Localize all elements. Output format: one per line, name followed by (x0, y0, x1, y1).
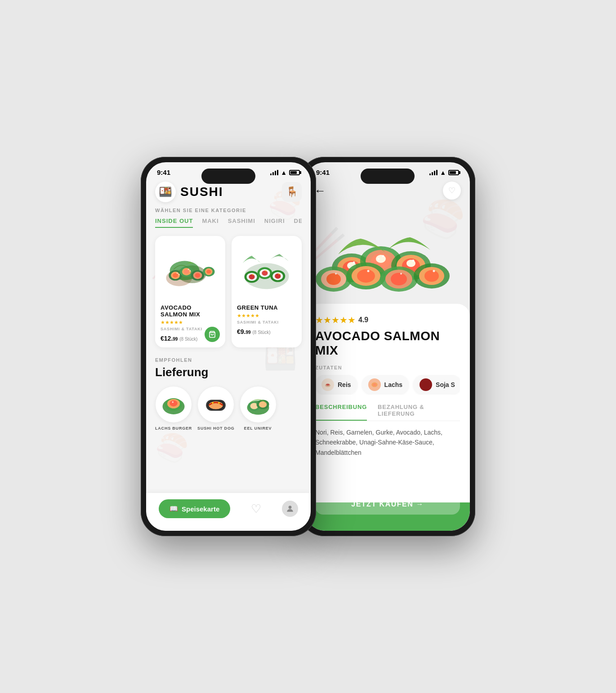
rec-label-2: SUSHI HOT DOG (197, 426, 234, 431)
category-tabs: INSIDE OUT MAKI SASHIMI NIGIRI DE... (155, 218, 302, 228)
svg-point-29 (275, 274, 281, 279)
battery-icon-right (448, 170, 459, 175)
soja-label: Soja S (436, 381, 455, 388)
svg-point-79 (367, 270, 370, 272)
svg-point-37 (172, 401, 174, 403)
svg-point-74 (348, 264, 350, 266)
rec-image-2 (198, 386, 234, 422)
product-stars-2: ★★★★★ (237, 313, 296, 319)
detail-stars-icons: ★★★★★ (315, 315, 356, 325)
svg-point-56 (376, 255, 386, 263)
product-name-1: AVOCADO SALMON MIX (161, 304, 220, 318)
zutaten-label: ZUTATEN (315, 365, 460, 370)
svg-point-86 (423, 382, 429, 387)
dynamic-island-left (201, 169, 255, 184)
svg-point-26 (262, 271, 268, 276)
svg-point-30 (252, 274, 253, 275)
signal-icon (270, 170, 278, 175)
app-title: SUSHI (180, 185, 223, 199)
tab-beschreibung[interactable]: BESCHREIBUNG (315, 404, 367, 421)
wifi-icon-right: ▲ (440, 169, 446, 176)
svg-point-73 (353, 262, 355, 264)
battery-icon (289, 170, 300, 175)
svg-point-80 (400, 273, 402, 275)
lachs-icon (368, 378, 381, 391)
sushi-logo-icon: 🍱 (155, 182, 176, 202)
detail-rating: 4.9 (358, 316, 368, 324)
favorite-button[interactable]: ♡ (443, 182, 461, 200)
svg-point-66 (357, 269, 375, 283)
soja-icon (420, 378, 432, 391)
description-text: Nori, Reis, Garnelen, Gurke, Avocado, La… (315, 427, 460, 458)
rec-label-3: EEL UNIREV (244, 426, 272, 431)
tab-sashimi[interactable]: SASHIMI (228, 218, 255, 228)
tab-nigiri[interactable]: NIGIRI (264, 218, 285, 228)
product-image-1 (161, 241, 220, 300)
tab-inside-out[interactable]: INSIDE OUT (155, 218, 193, 228)
detail-product-image (305, 205, 470, 304)
detail-stars-row: ★★★★★ 4.9 (315, 315, 460, 325)
rec-image-1 (156, 386, 192, 422)
recommended-items: LACHS BURGER (155, 386, 302, 431)
svg-point-78 (335, 273, 337, 275)
speisekarte-button[interactable]: 📖 Speisekarte (159, 499, 230, 518)
recommended-title: Lieferung (155, 365, 302, 379)
svg-point-32 (278, 273, 279, 274)
rec-item-2[interactable]: SUSHI HOT DOG (197, 386, 234, 431)
favorites-nav-icon[interactable]: ♡ (251, 502, 261, 516)
wifi-icon: ▲ (281, 169, 287, 176)
svg-point-18 (190, 271, 191, 271)
detail-card: ★★★★★ 4.9 AVOCADO SALMON MIX ZUTATEN (305, 304, 470, 502)
ingredient-reis[interactable]: Reis (315, 375, 357, 395)
bottom-nav: 📖 Speisekarte ♡ (146, 493, 311, 531)
product-name-2: GREEN TUNA (237, 304, 296, 311)
tab-maki[interactable]: MAKI (202, 218, 219, 228)
rec-image-3 (240, 386, 276, 422)
description-tabs: BESCHREIBUNG BEZAHLUNG & LIEFERUNG (315, 404, 460, 421)
svg-point-8 (184, 270, 189, 274)
category-label: WÄHLEN SIE EINE KATEGORIE (155, 208, 302, 213)
svg-point-17 (188, 269, 189, 270)
status-icons-left: ▲ (270, 169, 300, 176)
svg-point-72 (424, 270, 439, 282)
recommended-label: EMPFOHLEN (155, 357, 302, 363)
ingredient-lachs[interactable]: Lachs (362, 375, 409, 395)
speisekarte-icon: 📖 (170, 505, 178, 513)
tab-bezahlung[interactable]: BEZAHLUNG & LIEFERUNG (378, 404, 460, 421)
tab-de[interactable]: DE... (294, 218, 302, 228)
product-card-1[interactable]: AVOCADO SALMON MIX ★★★★★ SASHIMI & TATAK… (155, 236, 225, 347)
svg-point-76 (378, 258, 379, 260)
profile-nav-icon[interactable] (282, 501, 298, 517)
table-reservation-icon[interactable]: 🪑 (282, 182, 302, 202)
add-to-cart-btn-1[interactable] (205, 327, 220, 342)
time-right: 9:41 (316, 169, 330, 176)
ingredients-row: Reis Lachs (315, 375, 460, 395)
dynamic-island-right (361, 169, 415, 184)
svg-point-69 (391, 273, 407, 285)
svg-point-63 (326, 273, 341, 285)
svg-point-36 (170, 400, 178, 406)
product-card-2[interactable]: GREEN TUNA ★★★★★ SASHIMI & TATAKI €9.99 … (232, 236, 302, 347)
lachs-label: Lachs (384, 381, 402, 388)
svg-point-23 (249, 274, 254, 280)
svg-point-41 (212, 402, 214, 404)
svg-point-11 (195, 273, 201, 278)
svg-point-15 (177, 273, 178, 274)
rec-item-1[interactable]: LACHS BURGER (155, 386, 192, 431)
svg-point-77 (412, 260, 415, 262)
svg-point-14 (206, 270, 211, 273)
svg-point-85 (373, 383, 376, 386)
reis-label: Reis (338, 381, 351, 388)
products-grid: AVOCADO SALMON MIX ★★★★★ SASHIMI & TATAK… (155, 236, 302, 347)
rec-item-3[interactable]: EEL UNIREV (240, 386, 276, 431)
right-phone: 🍣 🥢 9:41 ▲ (300, 157, 475, 536)
rec-label-1: LACHS BURGER (155, 426, 192, 431)
svg-point-83 (326, 384, 330, 386)
left-screen: 🍣 🥢 🍱 🍣 9:41 ▲ (146, 162, 311, 531)
svg-point-31 (265, 271, 266, 271)
ingredient-soja[interactable]: Soja S (413, 375, 460, 395)
svg-point-16 (179, 274, 179, 275)
svg-point-48 (289, 506, 292, 509)
product-price-2: €9.99 (8 Stück) (237, 328, 296, 335)
app-logo: 🍱 SUSHI (155, 182, 223, 202)
